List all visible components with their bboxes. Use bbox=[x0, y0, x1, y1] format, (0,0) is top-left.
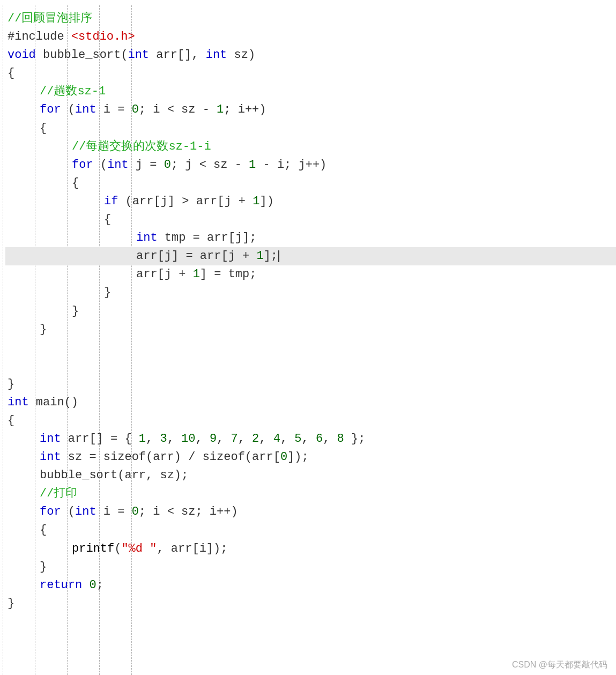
code-line: } bbox=[5, 302, 616, 321]
code-line: bubble_sort(arr, sz); bbox=[5, 466, 616, 485]
code-line: for (int i = 0; i < sz - 1; i++) bbox=[5, 101, 616, 119]
code-line: int arr[] = { 1, 3, 10, 9, 7, 2, 4, 5, 6… bbox=[5, 430, 616, 448]
code-line: } bbox=[5, 284, 616, 302]
code-line: for (int j = 0; j < sz - 1 - i; j++) bbox=[5, 156, 616, 174]
code-line: } bbox=[5, 595, 616, 613]
watermark: CSDN @每天都要敲代码 bbox=[512, 658, 607, 672]
code-line: //每趟交换的次数sz-1-i bbox=[5, 138, 616, 156]
code-line: for (int i = 0; i < sz; i++) bbox=[5, 503, 616, 521]
code-line: arr[j] = arr[j + 1]; bbox=[5, 247, 616, 265]
code-line: int sz = sizeof(arr) / sizeof(arr[0]); bbox=[5, 448, 616, 466]
code-line: arr[j + 1] = tmp; bbox=[5, 265, 616, 284]
code-line: void bubble_sort(int arr[], int sz) bbox=[5, 46, 616, 64]
code-line: { bbox=[5, 120, 616, 138]
code-line: #include <stdio.h> bbox=[5, 28, 616, 46]
code-line: { bbox=[5, 521, 616, 539]
code-line bbox=[5, 357, 616, 375]
code-line: //回顾冒泡排序 bbox=[5, 10, 616, 28]
code-line: } bbox=[5, 558, 616, 576]
code-line: } bbox=[5, 321, 616, 339]
code-line bbox=[5, 339, 616, 357]
code-line: { bbox=[5, 174, 616, 192]
code-line: { bbox=[5, 211, 616, 229]
code-line: //趟数sz-1 bbox=[5, 83, 616, 101]
code-line: //打印 bbox=[5, 485, 616, 503]
code-line: return 0; bbox=[5, 576, 616, 595]
code-line: } bbox=[5, 375, 616, 394]
code-line: printf("%d ", arr[i]); bbox=[5, 540, 616, 558]
code-line: int tmp = arr[j]; bbox=[5, 229, 616, 247]
code-line: if (arr[j] > arr[j + 1]) bbox=[5, 192, 616, 211]
code-line: { bbox=[5, 412, 616, 430]
code-line: int main() bbox=[5, 394, 616, 412]
code-line: { bbox=[5, 64, 616, 83]
code-editor: //回顾冒泡排序#include <stdio.h>void bubble_so… bbox=[0, 5, 616, 675]
